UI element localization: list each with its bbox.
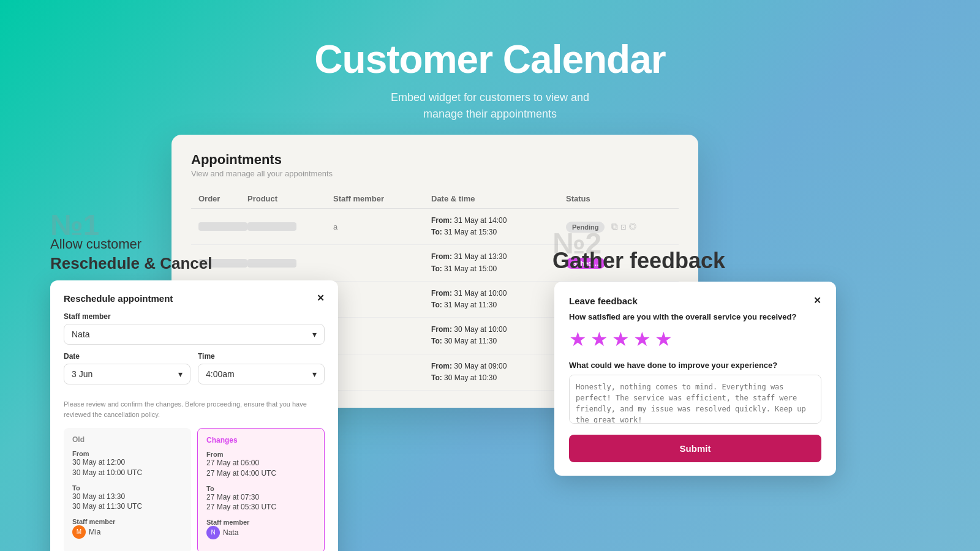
changes-column: Changes From 27 May at 06:00 27 May at 0…	[197, 428, 325, 551]
page-title: Customer Calendar	[0, 37, 980, 82]
date-field-group: Date 3 Jun ▾	[64, 352, 190, 392]
submit-button[interactable]: Submit	[569, 435, 821, 462]
col-product: Product	[247, 194, 333, 203]
feedback-modal: Leave feedback ✕ How satisfied are you w…	[554, 282, 836, 476]
new-from-row: From 27 May at 06:00 27 May at 04:00 UTC	[206, 451, 315, 479]
star-3[interactable]: ★	[612, 328, 630, 351]
star-4[interactable]: ★	[633, 328, 651, 351]
feedback-textarea[interactable]	[569, 375, 821, 424]
datetime-cell: From: 31 May at 14:00 To: 31 May at 15:3…	[431, 215, 566, 238]
modal-notice: Please review and confirm the changes. B…	[64, 399, 325, 419]
col-status: Status	[566, 194, 639, 203]
staff-avatar-mia: M Mia	[72, 525, 100, 539]
new-to-row: To 27 May at 07:30 27 May at 05:30 UTC	[206, 485, 315, 513]
star-rating[interactable]: ★ ★ ★ ★ ★	[569, 328, 821, 351]
star-2[interactable]: ★	[590, 328, 608, 351]
col-order: Order	[198, 194, 247, 203]
time-field-group: Time 4:00am ▾	[198, 352, 325, 392]
date-label: Date	[64, 352, 190, 361]
time-select[interactable]: 4:00am ▾	[198, 364, 325, 384]
chevron-down-icon: ▾	[312, 369, 317, 379]
avatar: N	[206, 526, 220, 539]
old-to-row: To 30 May at 13:30 30 May at 11:30 UTC	[72, 484, 183, 512]
avatar: M	[72, 525, 86, 539]
reschedule-modal: Reschedule appointment ✕ Staff member Na…	[50, 280, 338, 551]
product-cell	[247, 222, 296, 231]
feedback-question1: How satisfied are you with the overall s…	[569, 312, 821, 321]
modal-title: Reschedule appointment	[64, 293, 173, 304]
datetime-cell: From: 30 May at 09:00 To: 30 May at 10:3…	[431, 361, 566, 384]
time-label: Time	[198, 352, 325, 361]
staff-label: Staff member	[64, 312, 325, 321]
datetime-cell: From: 30 May at 10:00 To: 30 May at 11:3…	[431, 324, 566, 347]
order-cell	[198, 222, 247, 231]
old-from-row: From 30 May at 12:00 30 May at 10:00 UTC	[72, 450, 183, 478]
feature-text-1: Allow customer Reschedule & Cancel	[50, 236, 212, 274]
chevron-down-icon: ▾	[312, 329, 317, 339]
product-cell	[247, 259, 296, 268]
staff-avatar-nata: N Nata	[206, 526, 238, 539]
modal-header: Reschedule appointment ✕	[64, 293, 325, 304]
old-column: Old From 30 May at 12:00 30 May at 10:00…	[64, 428, 191, 551]
changes-comparison: Old From 30 May at 12:00 30 May at 10:00…	[64, 428, 325, 551]
date-time-row: Date 3 Jun ▾ Time 4:00am ▾	[64, 352, 325, 392]
datetime-cell: From: 31 May at 10:00 To: 31 May at 11:3…	[431, 288, 566, 311]
star-1[interactable]: ★	[569, 328, 587, 351]
staff-cell: a	[333, 331, 431, 340]
feedback-title: Leave feedback	[569, 296, 638, 306]
chevron-down-icon: ▾	[178, 369, 183, 379]
star-5[interactable]: ★	[655, 328, 673, 351]
staff-cell: a	[333, 222, 431, 231]
page-header: Customer Calendar Embed widget for custo…	[0, 0, 980, 147]
feature-text-2: Gather feedback	[552, 248, 725, 274]
table-header: Order Product Staff member Date & time S…	[191, 189, 679, 209]
feedback-modal-header: Leave feedback ✕	[569, 295, 821, 306]
old-staff-row: Staff member M Mia	[72, 518, 183, 539]
action-icons[interactable]: ⧉ ⊡ ◎	[611, 221, 636, 231]
appointments-title: Appointments	[191, 152, 679, 168]
page-subtitle: Embed widget for customers to view andma…	[0, 89, 980, 122]
staff-select[interactable]: Nata ▾	[64, 324, 325, 345]
datetime-cell: From: 31 May at 13:30 To: 31 May at 15:0…	[431, 251, 566, 274]
date-select[interactable]: 3 Jun ▾	[64, 364, 190, 384]
col-staff: Staff member	[333, 194, 431, 203]
feedback-question2: What could we have done to improve your …	[569, 361, 821, 370]
appointments-subtitle: View and manage all your appointments	[191, 169, 679, 178]
new-staff-row: Staff member N Nata	[206, 519, 315, 539]
table-row: a From: 31 May at 14:00 To: 31 May at 15…	[191, 209, 679, 245]
col-datetime: Date & time	[431, 194, 566, 203]
close-icon[interactable]: ✕	[317, 293, 325, 304]
close-icon[interactable]: ✕	[813, 295, 821, 306]
